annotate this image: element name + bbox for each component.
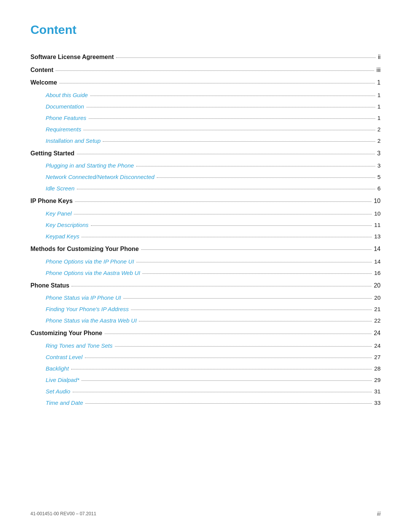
- toc-page: 20: [374, 281, 381, 291]
- toc-label: Phone Status: [30, 281, 69, 291]
- toc-label: Key Panel: [46, 209, 72, 218]
- page-title: Content: [30, 23, 381, 37]
- footer-page: iii: [377, 511, 381, 517]
- page-footer: 41-001451-00 REV00 – 07.2011 iii: [30, 511, 381, 517]
- toc-label: Requirements: [46, 125, 81, 134]
- toc-label: Network Connected/Network Disconnected: [46, 173, 155, 182]
- toc-dots: [75, 201, 371, 202]
- toc-item: Phone Status via IP Phone UI20: [46, 293, 381, 302]
- toc-label: Getting Started: [30, 149, 75, 158]
- toc-page: 11: [374, 220, 381, 230]
- toc-page: ii: [378, 52, 381, 62]
- toc-item: Documentation1: [46, 102, 381, 111]
- toc-item: Welcome1: [30, 78, 381, 88]
- toc-page: 16: [374, 268, 381, 278]
- toc-page: 1: [378, 91, 381, 100]
- toc-page: 1: [378, 102, 381, 111]
- toc-dots: [73, 392, 372, 392]
- toc-item: Customizing Your Phone24: [30, 328, 381, 338]
- toc-dots: [103, 141, 375, 142]
- toc-page: 14: [374, 257, 381, 266]
- toc-dots: [139, 321, 372, 321]
- toc-label: Customizing Your Phone: [30, 328, 102, 338]
- toc-page: 29: [374, 375, 381, 385]
- toc-page: 24: [374, 341, 381, 350]
- toc-item: Keypad Keys13: [46, 232, 381, 241]
- toc-item: Ring Tones and Tone Sets24: [46, 341, 381, 350]
- toc-label: Phone Status via the Aastra Web UI: [46, 316, 137, 325]
- toc-item: Phone Status via the Aastra Web UI22: [46, 316, 381, 325]
- toc-dots: [91, 225, 372, 226]
- toc-label: Idle Screen: [46, 184, 75, 193]
- toc-dots: [77, 189, 375, 189]
- toc-item: Phone Options via the Aastra Web UI16: [46, 268, 381, 278]
- toc-dots: [72, 286, 371, 286]
- toc-item: Phone Status20: [30, 281, 381, 291]
- toc-dots: [142, 273, 372, 274]
- toc-item: Plugging in and Starting the Phone3: [46, 161, 381, 170]
- toc-page: iii: [376, 65, 381, 75]
- toc-item: Key Descriptions11: [46, 220, 381, 230]
- toc-item: Set Audio31: [46, 387, 381, 396]
- toc-dots: [83, 130, 375, 130]
- toc-item: Contentiii: [30, 65, 381, 75]
- toc-page: 3: [377, 149, 381, 158]
- toc-dots: [81, 237, 372, 237]
- toc-label: Phone Status via IP Phone UI: [46, 293, 121, 302]
- toc-label: About this Guide: [46, 91, 88, 100]
- toc-dots: [141, 249, 371, 250]
- toc-dots: [116, 58, 376, 58]
- toc-item: Phone Features1: [46, 113, 381, 123]
- toc-label: Phone Features: [46, 113, 86, 123]
- table-of-contents: Software License AgreementiiContentiiiWe…: [30, 52, 381, 407]
- toc-dots: [85, 403, 372, 404]
- toc-page: 2: [378, 136, 381, 145]
- toc-dots: [157, 177, 375, 178]
- toc-page: 24: [374, 328, 381, 338]
- toc-dots: [74, 214, 372, 214]
- toc-item: Backlight28: [46, 364, 381, 373]
- toc-item: Key Panel10: [46, 209, 381, 218]
- toc-label: Documentation: [46, 102, 84, 111]
- toc-dots: [85, 358, 372, 358]
- toc-item: IP Phone Keys10: [30, 196, 381, 206]
- toc-item: Idle Screen6: [46, 184, 381, 193]
- toc-page: 27: [374, 353, 381, 362]
- toc-dots: [105, 334, 371, 334]
- toc-item: Requirements2: [46, 125, 381, 134]
- toc-label: Backlight: [46, 364, 69, 373]
- toc-item: Methods for Customizing Your Phone14: [30, 244, 381, 254]
- toc-label: Live Dialpad*: [46, 375, 79, 385]
- toc-label: Finding Your Phone's IP Address: [46, 305, 129, 314]
- toc-dots: [136, 166, 375, 166]
- footer-code: 41-001451-00 REV00 – 07.2011: [30, 511, 96, 516]
- toc-page: 2: [378, 125, 381, 134]
- toc-item: Phone Options via the IP Phone UI14: [46, 257, 381, 266]
- toc-label: Software License Agreement: [30, 52, 114, 62]
- toc-dots: [77, 154, 375, 154]
- toc-label: Set Audio: [46, 387, 70, 396]
- toc-item: Time and Date33: [46, 398, 381, 407]
- toc-label: Ring Tones and Tone Sets: [46, 341, 113, 350]
- toc-label: Keypad Keys: [46, 232, 79, 241]
- toc-label: Time and Date: [46, 398, 83, 407]
- toc-item: Finding Your Phone's IP Address21: [46, 305, 381, 314]
- toc-label: Content: [30, 65, 53, 75]
- toc-page: 33: [374, 398, 381, 407]
- toc-page: 20: [374, 293, 381, 302]
- toc-label: Installation and Setup: [46, 136, 100, 145]
- toc-page: 1: [378, 113, 381, 123]
- toc-dots: [123, 298, 372, 299]
- toc-page: 1: [377, 78, 381, 88]
- toc-label: Key Descriptions: [46, 220, 89, 230]
- toc-item: Live Dialpad*29: [46, 375, 381, 385]
- toc-dots: [56, 70, 374, 71]
- toc-page: 21: [374, 305, 381, 314]
- toc-dots: [71, 369, 372, 369]
- toc-dots: [131, 310, 372, 310]
- toc-page: 14: [374, 244, 381, 254]
- toc-label: Phone Options via the Aastra Web UI: [46, 268, 140, 278]
- toc-dots: [59, 83, 375, 83]
- toc-label: IP Phone Keys: [30, 196, 73, 206]
- toc-page: 10: [374, 196, 381, 206]
